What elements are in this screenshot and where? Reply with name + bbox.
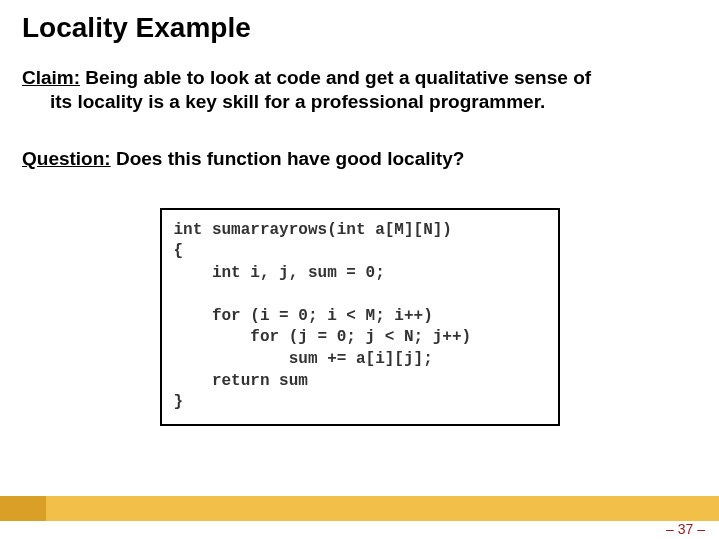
footer-bar xyxy=(0,496,719,521)
claim-text-line2: its locality is a key skill for a profes… xyxy=(50,90,677,114)
claim-block: Claim: Being able to look at code and ge… xyxy=(22,66,697,114)
code-container: int sumarrayrows(int a[M][N]) { int i, j… xyxy=(22,208,697,426)
question-block: Question: Does this function have good l… xyxy=(22,148,697,170)
claim-label: Claim: xyxy=(22,67,80,88)
code-snippet: int sumarrayrows(int a[M][N]) { int i, j… xyxy=(160,208,560,426)
claim-text-line1: Being able to look at code and get a qua… xyxy=(80,67,591,88)
slide: Locality Example Claim: Being able to lo… xyxy=(0,0,719,539)
question-label: Question: xyxy=(22,148,111,169)
page-number: – 37 – xyxy=(666,521,705,537)
footer-accent-light xyxy=(46,496,719,521)
page-title: Locality Example xyxy=(22,12,697,44)
footer-accent-dark xyxy=(0,496,46,521)
question-text: Does this function have good locality? xyxy=(111,148,465,169)
